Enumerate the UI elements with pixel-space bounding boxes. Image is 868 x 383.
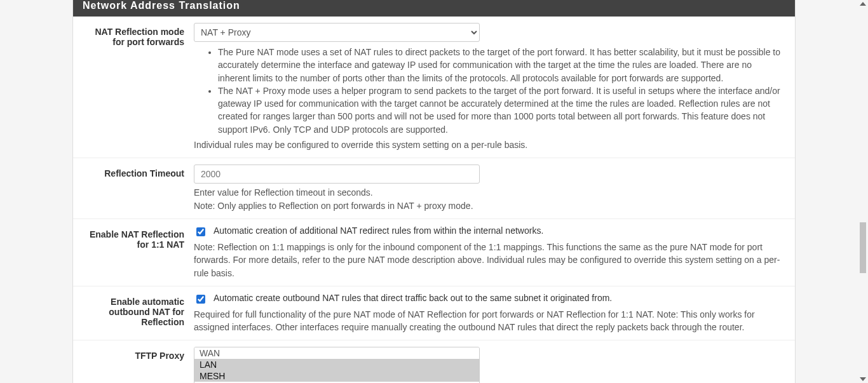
help-text: Required for full functionality of the p… [194, 308, 785, 334]
label-auto-outbound: Enable automatic outbound NAT for Reflec… [73, 293, 194, 334]
help-text: Individual rules may be configured to ov… [194, 138, 785, 151]
help-text: Note: Only applies to Reflection on port… [194, 199, 785, 212]
auto-outbound-checkbox[interactable] [196, 295, 205, 304]
nat-reflection-select[interactable]: NAT + Proxy [194, 23, 480, 42]
label-tftp-proxy: TFTP Proxy [73, 347, 194, 383]
scrollbar-arrow-up-icon[interactable] [860, 2, 866, 6]
row-auto-outbound: Enable automatic outbound NAT for Reflec… [73, 286, 795, 341]
row-reflection-1to1: Enable NAT Reflection for 1:1 NAT Automa… [73, 219, 795, 286]
tftp-option[interactable]: LAN [194, 359, 479, 370]
scrollbar-thumb[interactable] [860, 222, 866, 273]
nat-panel: Network Address Translation NAT Reflecti… [72, 0, 796, 383]
row-nat-reflection: NAT Reflection mode for port forwards NA… [73, 17, 795, 158]
help-text: The Pure NAT mode uses a set of NAT rule… [218, 46, 785, 84]
panel-title: Network Address Translation [73, 0, 795, 17]
row-reflection-timeout: Reflection Timeout Enter value for Refle… [73, 158, 795, 219]
label-nat-reflection: NAT Reflection mode for port forwards [73, 23, 194, 151]
label-reflection-timeout: Reflection Timeout [73, 165, 194, 212]
reflection-timeout-input[interactable] [194, 165, 480, 184]
reflection-1to1-checkbox[interactable] [196, 227, 205, 236]
tftp-option[interactable]: WAN [194, 347, 479, 359]
help-text: The NAT + Proxy mode uses a helper progr… [218, 84, 785, 136]
tftp-option[interactable]: MESH [194, 370, 479, 382]
label-reflection-1to1: Enable NAT Reflection for 1:1 NAT [73, 225, 194, 279]
row-tftp-proxy: TFTP Proxy WANLANMESHCCTV [73, 340, 795, 383]
nat-reflection-help-list: The Pure NAT mode uses a set of NAT rule… [194, 46, 785, 136]
auto-outbound-chk-label: Automatic create outbound NAT rules that… [214, 293, 612, 303]
help-text: Enter value for Reflection timeout in se… [194, 186, 785, 199]
reflection-1to1-chk-label: Automatic creation of additional NAT red… [214, 225, 543, 236]
help-text: Note: Reflection on 1:1 mappings is only… [194, 241, 785, 279]
tftp-proxy-select[interactable]: WANLANMESHCCTV [194, 347, 480, 383]
scrollbar-arrow-down-icon[interactable] [860, 377, 866, 381]
